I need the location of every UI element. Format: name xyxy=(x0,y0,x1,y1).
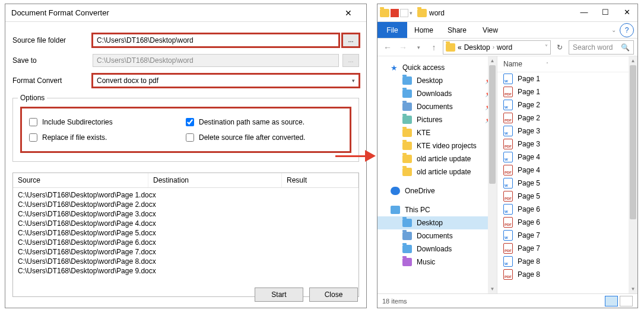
close-button[interactable]: Close xyxy=(309,288,358,302)
nav-onedrive[interactable]: OneDrive xyxy=(377,184,497,197)
address-bar[interactable]: « Desktop › word ˅ xyxy=(443,40,551,55)
table-row[interactable]: C:\Users\DT168\Desktop\word\Page 9.docx xyxy=(13,266,359,276)
include-subdirs-checkbox[interactable] xyxy=(29,118,37,126)
nav-desktop[interactable]: Desktop📌 xyxy=(377,74,497,87)
file-name: Page 4 xyxy=(518,153,540,161)
file-item[interactable]: Page 1 xyxy=(497,85,637,98)
file-item[interactable]: Page 5 xyxy=(497,190,637,203)
nav-old-article[interactable]: old article update xyxy=(377,165,497,178)
home-tab[interactable]: Home xyxy=(407,22,440,38)
search-icon: 🔍 xyxy=(621,43,630,52)
file-item[interactable]: Page 4 xyxy=(497,164,637,177)
col-destination[interactable]: Destination xyxy=(148,173,282,187)
nav-this-pc[interactable]: This PC xyxy=(377,203,497,216)
folder-icon xyxy=(402,168,412,176)
file-list[interactable]: Name˄ Page 1Page 1Page 2Page 2Page 3Page… xyxy=(497,56,637,293)
nav-old-article[interactable]: old article update xyxy=(377,152,497,165)
pdf-file-icon xyxy=(503,191,513,202)
file-item[interactable]: Page 8 xyxy=(497,255,637,268)
nav-documents[interactable]: Documents📌 xyxy=(377,100,497,113)
nav-pc-documents[interactable]: Documents xyxy=(377,229,497,242)
icons-view-button[interactable] xyxy=(620,296,633,306)
file-item[interactable]: Page 2 xyxy=(497,98,637,111)
table-row[interactable]: C:\Users\DT168\Desktop\word\Page 6.docx xyxy=(13,238,359,247)
table-row[interactable]: C:\Users\DT168\Desktop\word\Page 1.docx xyxy=(13,190,359,200)
file-item[interactable]: Page 3 xyxy=(497,138,637,151)
file-item[interactable]: Page 5 xyxy=(497,177,637,190)
start-button[interactable]: Start xyxy=(255,288,303,302)
file-item[interactable]: Page 2 xyxy=(497,111,637,124)
nav-scrollbar[interactable]: ▲▼ xyxy=(488,56,497,293)
table-row[interactable]: C:\Users\DT168\Desktop\word\Page 5.docx xyxy=(13,228,359,238)
nav-pc-downloads[interactable]: Downloads xyxy=(377,242,497,255)
qat-icon[interactable] xyxy=(391,9,399,17)
source-folder-input[interactable] xyxy=(93,34,339,47)
downloads-icon xyxy=(402,90,412,98)
search-input[interactable]: Search word 🔍 xyxy=(569,40,634,55)
table-row[interactable]: C:\Users\DT168\Desktop\word\Page 7.docx xyxy=(13,247,359,257)
folder-icon xyxy=(402,142,412,150)
up-button[interactable]: ↑ xyxy=(427,43,440,52)
delete-source-checkbox[interactable] xyxy=(186,133,194,142)
delete-source-option[interactable]: Delete source file after converted. xyxy=(186,133,342,142)
files-scrollbar[interactable]: ▲▼ xyxy=(629,56,637,293)
word-file-icon xyxy=(503,178,513,189)
nav-kte[interactable]: KTE xyxy=(377,126,497,139)
chevron-right-icon[interactable]: › xyxy=(493,44,494,50)
back-button[interactable]: ← xyxy=(381,43,394,52)
folder-icon xyxy=(446,43,455,52)
column-name-header[interactable]: Name˄ xyxy=(497,56,637,72)
options-fieldset: Options Include Subdirectories Destinati… xyxy=(12,98,359,162)
file-item[interactable]: Page 6 xyxy=(497,216,637,229)
nav-pc-music[interactable]: Music xyxy=(377,255,497,269)
file-item[interactable]: Page 7 xyxy=(497,229,637,242)
file-item[interactable]: Page 7 xyxy=(497,242,637,255)
breadcrumb[interactable]: Desktop xyxy=(464,43,490,52)
dest-same-option[interactable]: Destination path same as source. xyxy=(186,118,342,126)
navigation-pane[interactable]: ★Quick access Desktop📌 Downloads📌 Docume… xyxy=(377,56,497,293)
refresh-button[interactable]: ↻ xyxy=(553,43,566,52)
pdf-file-icon xyxy=(503,217,513,228)
table-row[interactable]: C:\Users\DT168\Desktop\word\Page 8.docx xyxy=(13,257,359,266)
help-icon[interactable]: ? xyxy=(620,23,634,37)
nav-pc-desktop[interactable]: Desktop xyxy=(377,216,497,229)
file-name: Page 6 xyxy=(518,218,540,226)
history-chevron-icon[interactable]: ▾ xyxy=(412,44,425,50)
qat-chevron-icon[interactable]: ▾ xyxy=(410,10,413,16)
col-result[interactable]: Result xyxy=(282,173,359,187)
file-item[interactable]: Page 8 xyxy=(497,268,637,281)
file-tab[interactable]: File xyxy=(377,22,407,38)
include-subdirs-option[interactable]: Include Subdirectories xyxy=(29,118,186,126)
file-item[interactable]: Page 3 xyxy=(497,124,637,138)
table-row[interactable]: C:\Users\DT168\Desktop\word\Page 2.docx xyxy=(13,200,359,209)
browse-source-button[interactable]: ... xyxy=(342,34,359,47)
format-convert-select[interactable]: Convert docx to pdf ▾ xyxy=(93,74,359,87)
file-item[interactable]: Page 4 xyxy=(497,151,637,164)
nav-pictures[interactable]: Pictures📌 xyxy=(377,113,497,126)
view-tab[interactable]: View xyxy=(474,22,507,38)
maximize-button[interactable]: ☐ xyxy=(595,5,616,21)
nav-quick-access[interactable]: ★Quick access xyxy=(377,61,497,74)
col-source[interactable]: Source xyxy=(13,173,148,187)
window-close-button[interactable]: ✕ xyxy=(616,5,637,21)
minimize-button[interactable]: — xyxy=(573,5,595,21)
details-view-button[interactable] xyxy=(605,296,618,306)
breadcrumb[interactable]: word xyxy=(497,43,512,52)
table-row[interactable]: C:\Users\DT168\Desktop\word\Page 3.docx xyxy=(13,209,359,219)
qat-icon[interactable] xyxy=(400,9,408,17)
nav-downloads[interactable]: Downloads📌 xyxy=(377,87,497,100)
dest-same-checkbox[interactable] xyxy=(186,118,194,126)
share-tab[interactable]: Share xyxy=(440,22,474,38)
word-file-icon xyxy=(503,230,513,241)
chevron-down-icon[interactable]: ˅ xyxy=(545,44,548,50)
file-item[interactable]: Page 1 xyxy=(497,72,637,85)
close-icon[interactable]: ✕ xyxy=(337,8,360,18)
replace-checkbox[interactable] xyxy=(29,133,37,142)
file-item[interactable]: Page 6 xyxy=(497,203,637,216)
table-row[interactable]: C:\Users\DT168\Desktop\word\Page 4.docx xyxy=(13,219,359,228)
forward-button[interactable]: → xyxy=(396,43,410,52)
nav-kte-video[interactable]: KTE video projects xyxy=(377,139,497,152)
replace-option[interactable]: Replace if file exists. xyxy=(29,133,186,142)
file-name: Page 8 xyxy=(518,257,540,266)
ribbon-expand-icon[interactable]: ⌄ xyxy=(611,27,616,33)
